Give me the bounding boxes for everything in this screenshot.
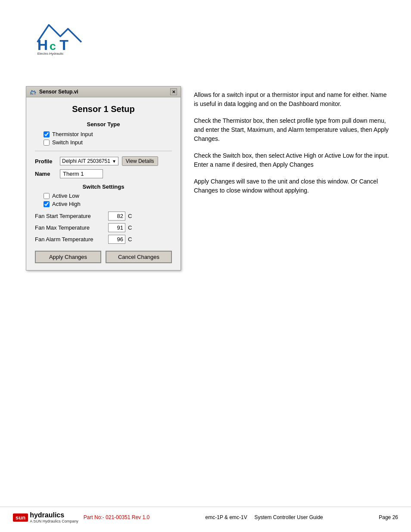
model-text: emc-1P & emc-1V: [206, 514, 247, 520]
name-input[interactable]: [60, 169, 103, 178]
profile-value: Delphi AIT 25036751: [62, 158, 110, 164]
button-row: Apply Changes Cancel Changes: [35, 251, 172, 263]
name-row: Name: [35, 169, 172, 178]
fan-max-input[interactable]: [108, 223, 125, 232]
active-low-checkbox[interactable]: [44, 193, 50, 199]
company-sub: A SUN Hydraulics Company: [30, 519, 78, 523]
fan-start-unit: C: [128, 213, 132, 219]
fan-max-unit: C: [128, 224, 132, 231]
profile-label: Profile: [35, 158, 56, 165]
dialog-content: Sensor 1 Setup Sensor Type Thermistor In…: [26, 97, 181, 270]
fan-alarm-input[interactable]: [108, 235, 125, 244]
active-low-label: Active Low: [52, 193, 79, 199]
close-button[interactable]: ✕: [170, 88, 177, 95]
thermistor-label: Thermistor Input: [52, 131, 93, 137]
svg-text:T: T: [59, 37, 68, 53]
chevron-down-icon: ▼: [112, 159, 116, 164]
switch-settings-section: Switch Settings Active Low Active High: [35, 184, 172, 207]
divider-1: [35, 151, 172, 151]
active-high-row: Active High: [44, 201, 172, 207]
part-number-value: 021-00351 Rev 1.0: [106, 514, 149, 520]
fan-start-label: Fan Start Temperature: [35, 213, 108, 219]
fan-max-label: Fan Max Temperature: [35, 224, 108, 231]
apply-changes-button[interactable]: Apply Changes: [35, 251, 101, 263]
active-high-label: Active High: [52, 201, 81, 207]
switch-input-checkbox[interactable]: [44, 140, 50, 146]
sun-logo: sun hydraulics A SUN Hydraulics Company: [13, 511, 78, 523]
fan-start-input[interactable]: [108, 212, 125, 221]
doc-title-text: System Controller User Guide: [254, 514, 323, 520]
thermistor-checkbox[interactable]: [44, 131, 50, 137]
hydraulics-text: hydraulics: [30, 511, 78, 519]
active-high-checkbox[interactable]: [44, 201, 50, 207]
sensor-setup-dialog: H c T Sensor Setup.vi ✕ Sensor 1 Setup S…: [26, 86, 181, 271]
footer-center: emc-1P & emc-1V System Controller User G…: [206, 514, 323, 520]
fan-alarm-row: Fan Alarm Temperature C: [35, 235, 172, 244]
sensor-setup-title: Sensor 1 Setup: [35, 104, 172, 114]
profile-row: Profile Delphi AIT 25036751 ▼ View Detai…: [35, 156, 172, 166]
dialog-title-text: Sensor Setup.vi: [39, 89, 78, 95]
titlebar-left: H c T Sensor Setup.vi: [30, 89, 78, 95]
description-2: Check the Thermistor box, then select pr…: [194, 116, 392, 143]
fan-start-row: Fan Start Temperature C: [35, 212, 172, 221]
description-area: Allows for a switch input or a thermisto…: [194, 90, 392, 203]
profile-dropdown[interactable]: Delphi AIT 25036751 ▼: [60, 157, 118, 165]
sun-red-box: sun: [13, 513, 28, 522]
footer-left: sun hydraulics A SUN Hydraulics Company …: [13, 511, 149, 523]
hct-logo: H c T Electro-Hydraulic Control Solution…: [26, 13, 112, 57]
description-3: Check the Switch box, then select Active…: [194, 151, 392, 169]
footer: sun hydraulics A SUN Hydraulics Company …: [0, 507, 411, 523]
svg-text:Electro-Hydraulic: Electro-Hydraulic: [37, 52, 64, 56]
cancel-changes-button[interactable]: Cancel Changes: [106, 251, 172, 263]
switch-settings-label: Switch Settings: [35, 184, 172, 190]
view-details-button[interactable]: View Details: [122, 156, 158, 166]
fan-alarm-label: Fan Alarm Temperature: [35, 236, 108, 243]
svg-text:T: T: [34, 92, 36, 95]
footer-page: Page 26: [379, 514, 398, 520]
hct-small-icon: H c T: [30, 89, 37, 95]
name-label: Name: [35, 171, 56, 177]
fan-alarm-unit: C: [128, 236, 132, 243]
svg-text:H: H: [37, 37, 48, 53]
sensor-type-label: Sensor Type: [35, 121, 172, 128]
footer-part-number: Part No:- 021-00351 Rev 1.0: [84, 514, 149, 520]
svg-text:Control Solutions: Control Solutions: [37, 56, 64, 56]
description-4: Apply Changes will save to the unit and …: [194, 177, 392, 195]
fan-max-row: Fan Max Temperature C: [35, 223, 172, 232]
description-1: Allows for a switch input or a thermisto…: [194, 90, 392, 109]
svg-text:c: c: [50, 40, 56, 53]
active-low-row: Active Low: [44, 193, 172, 199]
thermistor-checkbox-row: Thermistor Input: [44, 131, 172, 137]
switch-input-checkbox-row: Switch Input: [44, 139, 172, 146]
dialog-titlebar: H c T Sensor Setup.vi ✕: [26, 87, 181, 97]
switch-input-label: Switch Input: [52, 139, 83, 146]
